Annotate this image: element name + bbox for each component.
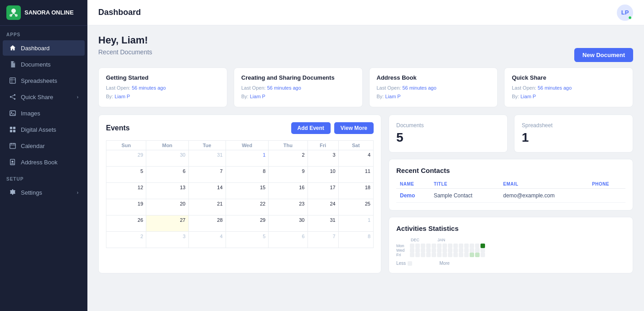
calendar-cell: 16 — [269, 183, 308, 199]
sidebar: SANORA ONLINE APPS Dashboard Documents S… — [0, 0, 87, 311]
by-value: Liam P — [385, 94, 400, 99]
sidebar-item-settings[interactable]: Settings › — [3, 185, 85, 200]
sidebar-item-calendar[interactable]: Calendar — [3, 138, 85, 153]
sidebar-item-label: Address Book — [21, 159, 58, 166]
calendar-cell: 7 — [188, 167, 226, 183]
calendar-cell: 23 — [269, 199, 308, 215]
doc-card-title: Creating and Sharing Documents — [241, 74, 355, 81]
contact-title: Sample Contact — [430, 189, 500, 203]
topbar: Dashboard LP — [87, 0, 644, 25]
setup-section-label: SETUP — [0, 170, 87, 184]
sidebar-item-label: Quick Share — [21, 94, 53, 100]
greeting-text: Hey, Liam! — [98, 34, 633, 46]
svg-point-11 — [10, 96, 12, 98]
calendar-cell: 11 — [338, 167, 373, 183]
calendar-cell: 17 — [308, 183, 338, 199]
by-label: By: — [241, 94, 249, 99]
calendar-cell: 5 — [226, 232, 269, 248]
calendar-cell: 13 — [146, 183, 188, 199]
svg-point-25 — [11, 161, 13, 163]
doc-card-title: Address Book — [377, 74, 490, 81]
legend-cell-4 — [433, 261, 437, 266]
calendar-cell: 18 — [338, 183, 373, 199]
legend-cell-2 — [420, 261, 425, 266]
spreadsheet-stat-card: Spreadsheet 1 — [514, 115, 633, 153]
new-document-button[interactable]: New Document — [574, 48, 633, 62]
calendar-cell: 4 — [188, 232, 226, 248]
contact-row: Demo Sample Contact demo@example.com — [396, 189, 625, 203]
cal-day-tue: Tue — [188, 141, 226, 150]
by-label: By: — [512, 94, 519, 99]
doc-card-0[interactable]: Getting Started Last Open: 56 minutes ag… — [98, 67, 227, 107]
calendar-cell: 6 — [146, 167, 188, 183]
calendar-cell: 25 — [338, 199, 373, 215]
contacts-title: Recent Contacts — [396, 167, 625, 174]
sanora-logo-icon — [6, 5, 21, 20]
calendar-cell: 26 — [106, 215, 146, 232]
calendar-cell: 21 — [188, 199, 226, 215]
col-title: TITLE — [430, 180, 500, 189]
avatar: LP — [617, 5, 633, 21]
calendar-cell: 14 — [188, 183, 226, 199]
address-book-icon — [9, 158, 16, 166]
doc-card-title: Getting Started — [106, 74, 220, 81]
legend-more-label: More — [439, 261, 450, 266]
sidebar-item-address-book[interactable]: Address Book — [3, 154, 85, 170]
sidebar-item-spreadsheets[interactable]: Spreadsheets — [3, 73, 85, 88]
sidebar-item-digital-assets[interactable]: Digital Assets — [3, 122, 85, 137]
last-open-value: 56 minutes ago — [402, 85, 436, 91]
calendar-cell: 30 — [269, 215, 308, 232]
calendar-cell: 20 — [146, 199, 188, 215]
svg-rect-18 — [10, 130, 12, 132]
sidebar-item-label: Digital Assets — [21, 126, 56, 133]
legend-cell-0 — [408, 261, 412, 266]
add-event-button[interactable]: Add Event — [291, 122, 331, 134]
doc-card-meta: Last Open: 56 minutes ago By: Liam P — [512, 84, 625, 100]
calendar-header: Events Add Event View More — [106, 122, 374, 134]
contacts-card: Recent Contacts NAME TITLE EMAIL PHONE — [389, 159, 633, 211]
calendar-cell: 9 — [269, 167, 308, 183]
sidebar-item-quick-share[interactable]: Quick Share › — [3, 89, 85, 105]
doc-card-meta: Last Open: 56 minutes ago By: Liam P — [377, 84, 490, 100]
doc-card-1[interactable]: Creating and Sharing Documents Last Open… — [234, 67, 363, 107]
doc-card-3[interactable]: Quick Share Last Open: 56 minutes ago By… — [504, 67, 633, 107]
calendar-cell: 3 — [308, 150, 338, 167]
calendar-grid: Sun Mon Tue Wed Thu Fri Sat 293031123456… — [106, 140, 374, 248]
svg-rect-6 — [10, 78, 15, 83]
svg-rect-14 — [10, 111, 15, 116]
month-dec: DEC — [411, 238, 419, 242]
avatar-initials: LP — [621, 9, 629, 16]
last-open-value: 56 minutes ago — [267, 85, 301, 91]
calendar-cell: 2 — [106, 232, 146, 248]
sidebar-item-label: Images — [21, 110, 40, 117]
image-icon — [9, 110, 16, 117]
cal-day-wed: Wed — [226, 141, 269, 150]
col-email: EMAIL — [500, 180, 588, 189]
main-content: Dashboard LP Hey, Liam! Recent Documents… — [87, 0, 644, 311]
calendar-cell: 2 — [269, 150, 308, 167]
calendar-cell: 4 — [338, 150, 373, 167]
sidebar-item-documents[interactable]: Documents — [3, 57, 85, 72]
svg-rect-16 — [10, 127, 12, 129]
sidebar-item-dashboard[interactable]: Dashboard — [3, 40, 85, 56]
doc-card-2[interactable]: Address Book Last Open: 56 minutes ago B… — [369, 67, 498, 107]
heatmap-row-wed: Wed — [396, 248, 625, 253]
contact-email: demo@example.com — [500, 189, 588, 203]
recent-docs-label: Recent Documents — [98, 48, 152, 56]
last-open-label: Last Open: — [241, 85, 266, 91]
chevron-right-icon: › — [77, 95, 78, 100]
svg-line-13 — [11, 97, 14, 99]
right-panel: Documents 5 Spreadsheet 1 Recent Contact… — [389, 115, 633, 273]
sidebar-item-label: Spreadsheets — [21, 77, 57, 84]
calendar-cell: 24 — [308, 199, 338, 215]
view-more-button[interactable]: View More — [334, 122, 374, 134]
cal-day-thu: Thu — [269, 141, 308, 150]
calendar-cell: 30 — [146, 150, 188, 167]
by-value: Liam P — [520, 94, 536, 99]
bottom-row: Events Add Event View More Sun Mon Tue W… — [98, 115, 633, 273]
calendar-cell: 28 — [188, 215, 226, 232]
share-icon — [9, 93, 16, 100]
contact-name[interactable]: Demo — [396, 189, 430, 203]
sidebar-item-images[interactable]: Images — [3, 105, 85, 121]
calendar-cell: 15 — [226, 183, 269, 199]
